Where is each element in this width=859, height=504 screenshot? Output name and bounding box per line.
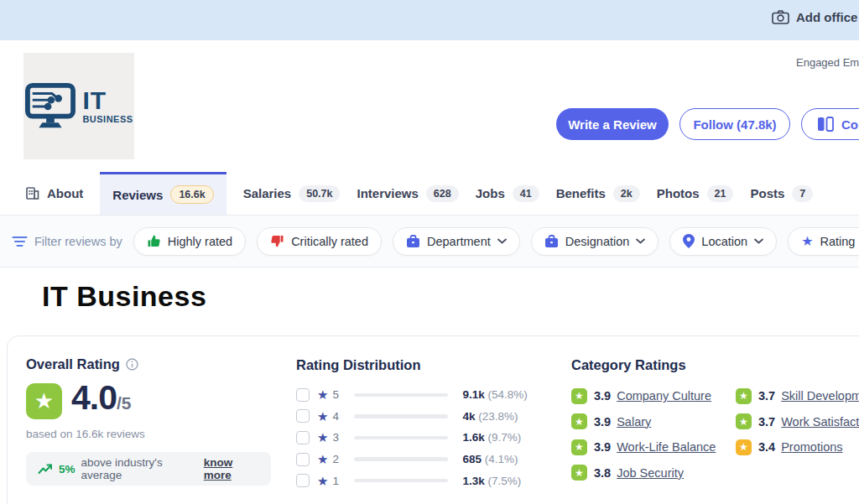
filter-icon: [12, 236, 28, 247]
critically-rated-label: Critically rated: [291, 235, 368, 248]
logo-text-business: BUSINESS: [82, 115, 133, 124]
tab-jobs-label: Jobs: [476, 186, 505, 200]
tab-jobs[interactable]: Jobs 41: [476, 172, 539, 215]
tab-photos[interactable]: Photos 21: [657, 172, 734, 215]
star-icon: ★: [317, 410, 328, 423]
monitor-circuit-icon: [24, 82, 76, 131]
checkbox-3-star[interactable]: [296, 431, 310, 444]
distribution-row-1-star: ★ 1 1.3k (7.5%): [296, 470, 528, 491]
compare-button[interactable]: Compare: [801, 108, 859, 140]
filter-location[interactable]: Location: [669, 227, 777, 256]
star-badge: ★: [571, 388, 587, 404]
tab-interviews[interactable]: Interviews 628: [357, 172, 458, 215]
bar-track: [354, 414, 448, 418]
trend-text: above industry's average: [81, 456, 198, 481]
designation-label: Designation: [565, 235, 630, 248]
tab-jobs-count: 41: [513, 185, 539, 202]
job-security-link[interactable]: Job Security: [617, 466, 684, 480]
tab-about-label: About: [47, 186, 83, 200]
department-label: Department: [427, 235, 491, 248]
tab-interviews-label: Interviews: [357, 186, 418, 200]
overall-score: 4.0: [71, 378, 117, 418]
tab-benefits-label: Benefits: [556, 186, 606, 200]
distribution-row-5-star: ★ 5 9.1k (54.8%): [296, 384, 528, 406]
page: Add office photos IT: [0, 0, 859, 504]
info-icon[interactable]: [126, 358, 138, 371]
tab-salaries-count: 50.7k: [299, 185, 340, 202]
bar-track: [354, 457, 448, 461]
work-satisfaction-link[interactable]: Work Satisfaction: [781, 415, 859, 429]
distribution-row-4-star: ★ 4 4k (23.8%): [296, 406, 528, 428]
star-icon: ★: [317, 388, 328, 401]
tab-photos-label: Photos: [657, 186, 700, 200]
compare-icon: [817, 117, 834, 132]
add-office-button[interactable]: Add office photos: [772, 10, 859, 24]
star-badge: ★: [571, 439, 587, 455]
tab-benefits-count: 2k: [613, 185, 640, 202]
tab-interviews-count: 628: [426, 185, 459, 202]
rating-label: Rating: [820, 235, 856, 248]
filter-critically-rated[interactable]: Critically rated: [257, 227, 382, 256]
category-promotions: ★ 3.4 Promotions: [736, 434, 859, 460]
trend-percent: 5%: [59, 463, 75, 475]
filter-reviews-by: Filter reviews by: [12, 235, 122, 248]
tab-posts[interactable]: Posts 7: [750, 172, 813, 215]
logo-text-it: IT: [82, 88, 133, 113]
category-ratings-title: Category Ratings: [571, 357, 686, 373]
company-culture-link[interactable]: Company Culture: [617, 389, 711, 403]
tab-bar: About Reviews 16.6k Salaries 50.7k Inter…: [0, 172, 859, 216]
briefcase-icon: [544, 235, 559, 248]
location-label: Location: [701, 235, 747, 248]
tab-benefits[interactable]: Benefits 2k: [556, 172, 640, 215]
tab-posts-label: Posts: [750, 186, 784, 200]
star-icon: ★: [317, 475, 328, 487]
based-on-reviews: based on 16.6k reviews: [26, 428, 145, 440]
filter-designation[interactable]: Designation: [531, 227, 659, 256]
know-more-link[interactable]: know more: [204, 456, 259, 481]
star-badge: ★: [571, 413, 587, 429]
filter-rating[interactable]: ★ Rating: [788, 227, 859, 256]
tab-reviews[interactable]: Reviews 16.6k: [100, 172, 226, 215]
category-job-security: ★ 3.8 Job Security: [571, 460, 716, 486]
company-logo: IT BUSINESS: [23, 53, 134, 159]
thumb-down-icon: [270, 234, 284, 248]
chevron-down-icon: [754, 238, 763, 244]
filter-department[interactable]: Department: [393, 227, 520, 256]
salary-link[interactable]: Salary: [617, 415, 651, 429]
follow-button[interactable]: Follow (47.8k): [679, 108, 790, 140]
trending-up-icon: [38, 464, 53, 475]
checkbox-4-star[interactable]: [296, 409, 310, 423]
filter-highly-rated[interactable]: Highly rated: [133, 227, 246, 256]
checkbox-1-star[interactable]: [296, 474, 310, 487]
skill-development-link[interactable]: Skill Development: [781, 389, 859, 403]
category-salary: ★ 3.9 Salary: [571, 409, 716, 435]
distribution-row-2-star: ★ 2 685 (4.1%): [296, 449, 528, 470]
briefcase-icon: [406, 235, 420, 248]
tab-salaries-label: Salaries: [243, 186, 292, 200]
tab-reviews-label: Reviews: [112, 188, 163, 202]
category-company-culture: ★ 3.9 Company Culture: [571, 383, 716, 409]
star-icon: ★: [801, 235, 813, 248]
tab-salaries[interactable]: Salaries 50.7k: [243, 172, 341, 215]
rating-distribution-title: Rating Distribution: [296, 357, 420, 373]
checkbox-2-star[interactable]: [296, 453, 310, 466]
checkbox-5-star[interactable]: [296, 388, 310, 402]
tab-posts-count: 7: [792, 185, 813, 202]
star-icon: ★: [317, 453, 328, 465]
overall-rating-star-badge: ★: [26, 383, 62, 419]
tab-about[interactable]: About: [25, 172, 83, 215]
star-badge: ★: [736, 413, 752, 429]
star-icon: ★: [317, 431, 328, 444]
star-badge: ★: [736, 439, 752, 455]
category-skill-development: ★ 3.7 Skill Development: [736, 383, 859, 409]
chevron-down-icon: [497, 238, 507, 244]
promotions-link[interactable]: Promotions: [781, 440, 842, 454]
rating-distribution: ★ 5 9.1k (54.8%) ★ 4 4k (23.8%) ★ 3 1.6k…: [296, 384, 528, 491]
bar-track: [354, 436, 448, 440]
work-life-balance-link[interactable]: Work-Life Balance: [617, 440, 716, 454]
overall-score-outof: /5: [117, 393, 132, 413]
write-review-button[interactable]: Write a Review: [556, 108, 669, 140]
compare-label: Compare: [841, 117, 859, 132]
highly-rated-label: Highly rated: [168, 235, 232, 248]
overall-rating-title: Overall Rating: [26, 356, 120, 372]
